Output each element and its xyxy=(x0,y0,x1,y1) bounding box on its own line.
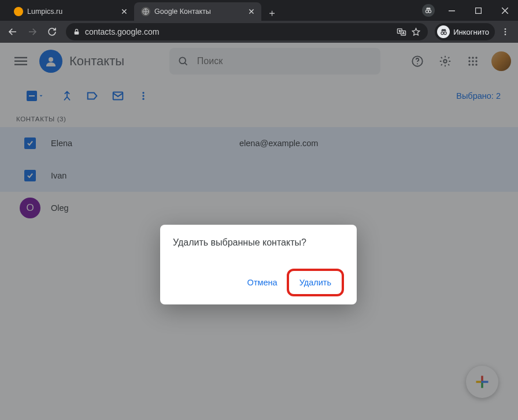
window-controls xyxy=(422,0,518,21)
svg-rect-4 xyxy=(475,8,481,13)
delete-dialog: Удалить выбранные контакты? Отмена Удали… xyxy=(160,225,357,304)
svg-point-1 xyxy=(426,10,428,13)
reload-button[interactable] xyxy=(43,23,61,41)
favicon xyxy=(141,7,150,16)
svg-point-2 xyxy=(428,10,431,13)
dialog-title: Удалить выбранные контакты? xyxy=(173,237,344,248)
cancel-button[interactable]: Отмена xyxy=(242,273,283,292)
window-minimize[interactable] xyxy=(438,2,465,19)
browser-tab-lumpics[interactable]: Lumpics.ru ✕ xyxy=(7,2,134,21)
tab-title: Google Контакты xyxy=(154,8,243,16)
svg-point-9 xyxy=(444,32,446,34)
close-icon[interactable]: ✕ xyxy=(247,8,256,16)
back-button[interactable] xyxy=(3,23,22,41)
new-tab-button[interactable]: ＋ xyxy=(264,5,280,21)
star-icon[interactable] xyxy=(411,27,421,37)
incognito-badge[interactable]: Инкогнито xyxy=(435,23,495,40)
delete-button[interactable]: Удалить xyxy=(294,273,337,292)
browser-toolbar: contacts.google.com Инкогнито xyxy=(0,21,518,43)
incognito-avatar-icon xyxy=(437,25,450,38)
url-text: contacts.google.com xyxy=(85,27,159,36)
page: Контакты Выбрано: 2 КОНТАКТЫ (3) Elena e… xyxy=(0,43,518,420)
svg-point-11 xyxy=(505,31,506,33)
window-maximize[interactable] xyxy=(465,2,491,19)
svg-point-12 xyxy=(505,34,506,35)
close-icon[interactable]: ✕ xyxy=(120,8,128,16)
svg-point-8 xyxy=(441,32,443,34)
browser-menu[interactable] xyxy=(496,23,515,41)
svg-rect-5 xyxy=(75,31,79,34)
favicon xyxy=(14,7,23,16)
browser-titlebar: Lumpics.ru ✕ Google Контакты ✕ ＋ xyxy=(0,0,518,21)
highlight-annotation: Удалить xyxy=(287,269,344,296)
lock-icon xyxy=(73,28,80,36)
incognito-icon xyxy=(422,4,435,17)
forward-button[interactable] xyxy=(23,23,42,41)
tab-title: Lumpics.ru xyxy=(27,8,116,16)
svg-rect-3 xyxy=(449,10,455,12)
svg-point-10 xyxy=(505,28,506,30)
browser-tab-contacts[interactable]: Google Контакты ✕ xyxy=(134,2,261,21)
window-close[interactable] xyxy=(491,2,518,19)
translate-icon[interactable] xyxy=(397,27,406,37)
address-bar[interactable]: contacts.google.com xyxy=(66,23,428,40)
incognito-label: Инкогнито xyxy=(453,28,489,36)
